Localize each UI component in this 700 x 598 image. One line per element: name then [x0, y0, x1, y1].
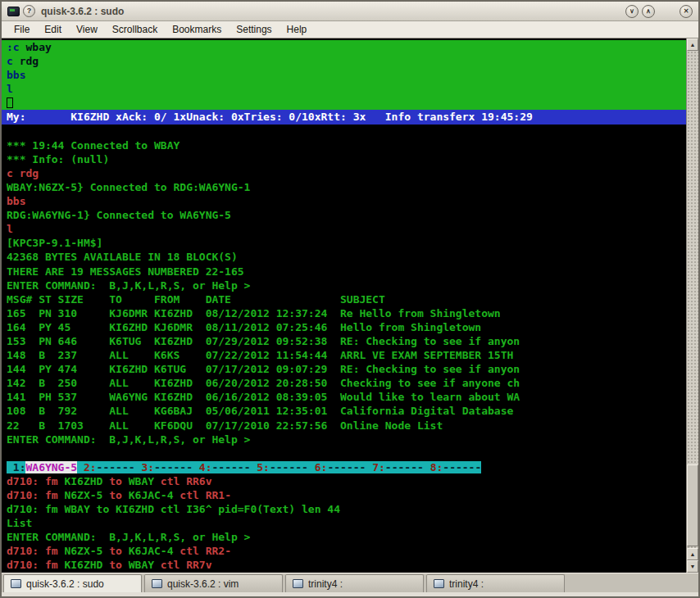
menu-view[interactable]: View [69, 22, 105, 37]
window-title: quisk-3.6.2 : sudo [41, 6, 124, 17]
terminal-line: 108 B 792 ALL KG6BAJ 05/06/2011 12:35:01… [2, 404, 686, 418]
scrollbar-track[interactable] [687, 51, 698, 548]
session-tab-2[interactable]: quisk-3.6.2 : vim [144, 574, 283, 592]
maximize-button[interactable]: ∧ [642, 5, 655, 18]
konsole-window: ? quisk-3.6.2 : sudo ∨ ∧ ✕ FileEditViewS… [0, 0, 700, 598]
help-button[interactable]: ? [23, 5, 35, 17]
terminal-line: RDG:WA6YNG-1} Connected to WA6YNG-5 [2, 208, 686, 222]
terminal-icon [434, 579, 444, 588]
session-tab-1[interactable]: quisk-3.6.2 : sudo [3, 574, 142, 592]
terminal-line: 22 B 1703 ALL KF6DQU 07/17/2010 22:57:56… [2, 419, 686, 433]
terminal-line: c rdg [2, 166, 686, 180]
scroll-down-button[interactable]: ▼ [687, 560, 698, 573]
terminal-line: ENTER COMMAND: B,J,K,L,R,S, or Help > [2, 530, 686, 544]
input-echo-line: :c wbay [2, 40, 686, 54]
scroll-up-button[interactable]: ▲ [687, 39, 698, 51]
menu-bar: FileEditViewScrollbackBookmarksSettingsH… [2, 21, 698, 39]
terminal-line: [KPC3P-9.1-HM$] [2, 236, 686, 250]
terminal-line [2, 446, 686, 460]
input-echo-line: l [2, 82, 686, 96]
terminal-line: d710: fm WBAY to KI6ZHD ctl I36^ pid=F0(… [2, 502, 686, 516]
terminal-line: 141 PH 537 WA6YNG KI6ZHD 06/16/2012 08:3… [2, 390, 686, 404]
tab-label: trinity4 : [449, 578, 484, 590]
terminal-line: 42368 BYTES AVAILABLE IN 18 BLOCK(S) [2, 250, 686, 264]
input-echo-line: bbs [2, 68, 686, 82]
terminal-line [2, 125, 686, 138]
session-tab-4[interactable]: trinity4 : [426, 574, 565, 592]
menu-settings[interactable]: Settings [229, 22, 279, 37]
terminal-icon [293, 579, 303, 588]
terminal-line: 142 B 250 ALL KI6ZHD 06/20/2012 20:28:50… [2, 376, 686, 390]
terminal-line: 153 PN 646 K6TUG KI6ZHD 07/29/2012 09:52… [2, 334, 686, 348]
menu-scrollback[interactable]: Scrollback [105, 22, 165, 37]
terminal-line: WBAY:N6ZX-5} Connected to RDG:WA6YNG-1 [2, 180, 686, 194]
terminal-line: 164 PY 45 KI6ZHD KJ6DMR 08/11/2012 07:25… [2, 320, 686, 334]
link-status-bar: My: KI6ZHD xAck: 0/ 1xUnack: 0xTries: 0/… [2, 110, 686, 124]
terminal-line: ENTER COMMAND: B,J,K,L,R,S, or Help > [2, 433, 686, 446]
scroll-up-button-bottom[interactable]: ▲ [687, 548, 698, 560]
input-cursor-line [2, 96, 686, 110]
terminal-line: l [2, 222, 686, 236]
tab-label: quisk-3.6.2 : sudo [26, 578, 104, 590]
terminal-line: d710: fm N6ZX-5 to K6JAC-4 ctl RR1- [2, 488, 686, 502]
terminal-line: 144 PY 474 KI6ZHD K6TUG 07/17/2012 09:07… [2, 362, 686, 376]
scrollbar-thumb[interactable] [687, 464, 698, 546]
terminal-line: d710: fm N6ZX-5 to K6JAC-4 ctl RR2- [2, 544, 686, 558]
input-echo-line: c rdg [2, 54, 686, 68]
menu-help[interactable]: Help [280, 22, 315, 37]
terminal-app-icon [7, 7, 20, 16]
tab-label: quisk-3.6.2 : vim [167, 578, 239, 590]
channel-status-bar: 1:WA6YNG-5 2:------ 3:------ 4:------ 5:… [2, 460, 686, 474]
terminal-line: 165 PN 310 KJ6DMR KI6ZHD 08/12/2012 12:3… [2, 306, 686, 320]
terminal-line: d710: fm KI6ZHD to WBAY ctl RR6v [2, 474, 686, 488]
terminal-line: List [2, 516, 686, 530]
terminal-screen[interactable]: :c wbayc rdgbbslMy: KI6ZHD xAck: 0/ 1xUn… [2, 39, 686, 573]
text-cursor [7, 97, 13, 108]
terminal-line: bbs [2, 194, 686, 208]
terminal-area: :c wbayc rdgbbslMy: KI6ZHD xAck: 0/ 1xUn… [2, 39, 698, 573]
terminal-line: *** 19:44 Connected to WBAY [2, 138, 686, 152]
session-tab-3[interactable]: trinity4 : [285, 574, 424, 592]
terminal-line: 148 B 237 ALL K6KS 07/22/2012 11:54:44 A… [2, 348, 686, 362]
terminal-icon [11, 579, 21, 588]
tab-bar: quisk-3.6.2 : sudoquisk-3.6.2 : vimtrini… [2, 573, 698, 592]
terminal-line: ENTER COMMAND: B,J,K,L,R,S, or Help > [2, 279, 686, 292]
terminal-line: d710: fm KI6ZHD to WBAY ctl RR7v [2, 558, 686, 572]
title-bar[interactable]: ? quisk-3.6.2 : sudo ∨ ∧ ✕ [2, 2, 698, 21]
tab-label: trinity4 : [308, 578, 343, 590]
scrollbar[interactable]: ▲ ▲ ▼ [686, 39, 698, 573]
terminal-line: THERE ARE 19 MESSAGES NUMBERED 22-165 [2, 265, 686, 279]
menu-file[interactable]: File [7, 22, 37, 37]
menu-edit[interactable]: Edit [37, 22, 69, 37]
menu-bookmarks[interactable]: Bookmarks [165, 22, 229, 37]
terminal-icon [152, 579, 162, 588]
terminal-line: *** Info: (null) [2, 152, 686, 166]
close-button[interactable]: ✕ [680, 5, 693, 18]
minimize-button[interactable]: ∨ [625, 5, 639, 18]
terminal-line: MSG# ST SIZE TO FROM DATE SUBJECT [2, 292, 686, 306]
